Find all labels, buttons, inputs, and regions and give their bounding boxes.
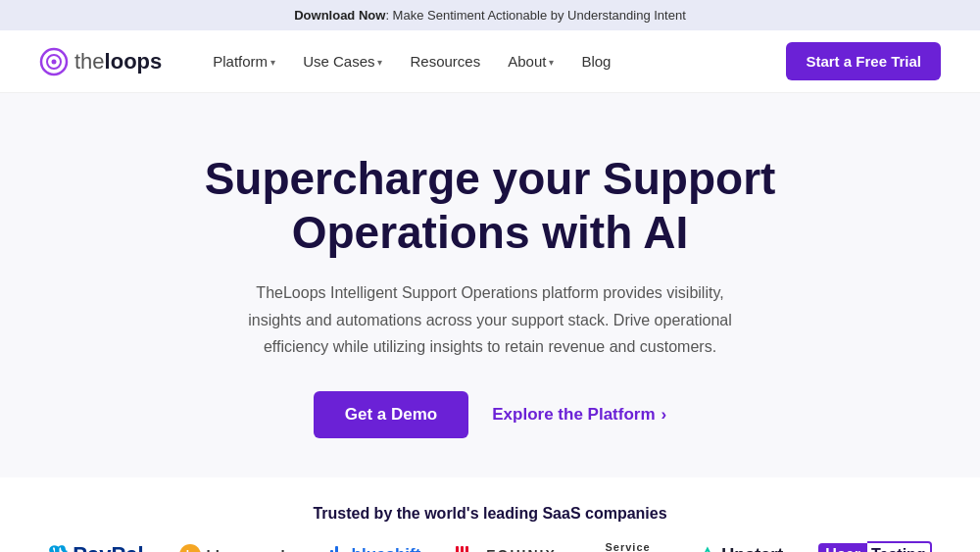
nav-links: Platform ▾ Use Cases ▾ Resources About ▾… [201, 45, 786, 77]
paypal-icon: 𝕻 [48, 540, 67, 552]
upstart-icon: △ [699, 542, 715, 552]
bloomreach-icon: b [179, 544, 201, 552]
logos-row: 𝕻 PayPal b bloomreach blueshift · EQUIN [39, 540, 941, 552]
bloomreach-text: bloomreach [207, 547, 290, 552]
service-rocket-top: Service [605, 541, 650, 552]
get-a-demo-button[interactable]: Get a Demo [314, 391, 468, 438]
logo-icon [39, 47, 69, 76]
platform-chevron-icon: ▾ [270, 57, 275, 68]
logo[interactable]: theloops [39, 47, 162, 76]
paypal-text: PayPal [73, 542, 143, 552]
logo-text: theloops [74, 49, 162, 75]
about-chevron-icon: ▾ [549, 57, 554, 68]
usecases-chevron-icon: ▾ [377, 57, 382, 68]
banner-rest: : Make Sentiment Actionable by Understan… [385, 8, 685, 23]
equinix-logo: · EQUINIX [456, 546, 556, 552]
bloomreach-logo: b bloomreach [179, 544, 290, 552]
top-banner: Download Now: Make Sentiment Actionable … [0, 0, 980, 30]
start-free-trial-button[interactable]: Start a Free Trial [786, 42, 941, 80]
equinix-text: · EQUINIX [474, 547, 556, 552]
service-rocket-logo: Service ROCKET [592, 541, 664, 552]
hero-heading-line1: Supercharge your Support [205, 153, 776, 204]
usertesting-logo: User Testing [818, 541, 931, 552]
usertesting-user: User [818, 543, 867, 552]
nav-item-usecases[interactable]: Use Cases ▾ [291, 45, 394, 77]
banner-bold: Download Now [294, 8, 385, 23]
hero-heading: Supercharge your Support Operations with… [147, 152, 833, 260]
upstart-text: Upstart [721, 545, 783, 552]
nav-item-blog[interactable]: Blog [569, 45, 622, 77]
trusted-section: Trusted by the world's leading SaaS comp… [0, 477, 980, 552]
equinix-icon [456, 546, 468, 552]
upstart-logo: △ Upstart [699, 542, 783, 552]
blueshift-text: blueshift [352, 545, 421, 552]
hero-buttons: Get a Demo Explore the Platform › [20, 391, 960, 438]
blueshift-logo: blueshift [325, 545, 421, 552]
trusted-title: Trusted by the world's leading SaaS comp… [39, 505, 941, 523]
explore-platform-button[interactable]: Explore the Platform › [492, 405, 666, 425]
nav-item-platform[interactable]: Platform ▾ [201, 45, 287, 77]
blueshift-icon [325, 546, 348, 552]
paypal-logo: 𝕻 PayPal [48, 540, 143, 552]
hero-heading-line2: Operations with AI [292, 207, 689, 258]
explore-label: Explore the Platform [492, 405, 655, 425]
svg-point-2 [52, 59, 57, 64]
explore-arrow-icon: › [662, 405, 667, 425]
navbar: theloops Platform ▾ Use Cases ▾ Resource… [0, 30, 980, 93]
hero-description: TheLoops Intelligent Support Operations … [235, 279, 745, 360]
usertesting-testing: Testing [867, 541, 932, 552]
hero-section: Supercharge your Support Operations with… [0, 93, 980, 477]
nav-item-resources[interactable]: Resources [398, 45, 492, 77]
nav-item-about[interactable]: About ▾ [496, 45, 565, 77]
